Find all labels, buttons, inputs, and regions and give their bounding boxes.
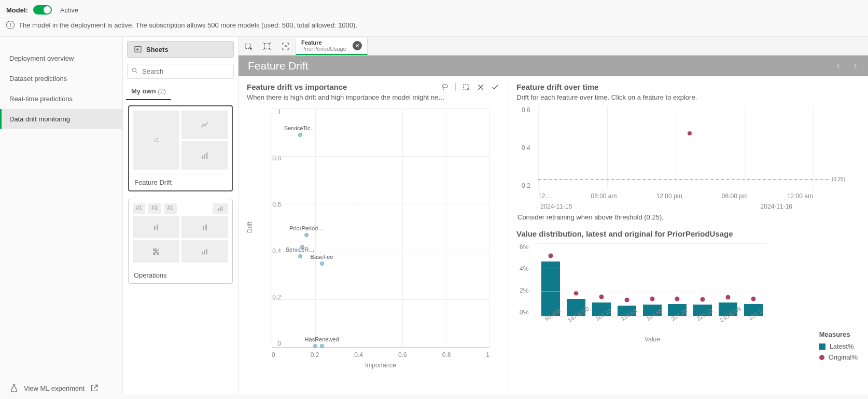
bar-original-dot[interactable] [726, 295, 731, 300]
sheets-myown-tab[interactable]: My own (2) [126, 84, 171, 100]
lasso-icon[interactable] [441, 83, 449, 91]
time-date-right: 2024-11-16 [761, 203, 792, 210]
scatter-plot[interactable]: 10.80.60.40.20 00.20.40.60.81 ServiceTic… [272, 108, 489, 347]
svg-rect-8 [218, 209, 219, 211]
side-nav: Deployment overview Dataset predictions … [0, 37, 122, 394]
svg-rect-6 [204, 154, 205, 159]
bar-original-dot[interactable] [549, 253, 553, 258]
svg-rect-17 [206, 249, 207, 254]
sheet-thumb-feature-drift[interactable]: Feature Drift [128, 105, 233, 191]
bar-original-dot[interactable] [624, 297, 629, 302]
scatter-y-label: Drift [246, 222, 254, 233]
feature-tab-value: PriorPeriodUsage [301, 46, 346, 52]
svg-rect-11 [154, 226, 156, 230]
line-thumb-icon [181, 111, 228, 139]
bar-original-dot[interactable] [701, 297, 705, 301]
svg-rect-16 [204, 250, 205, 254]
barchart-title: Value distribution, latest and original … [516, 229, 860, 238]
svg-point-21 [442, 84, 448, 88]
external-link-icon [90, 383, 99, 393]
time-point[interactable] [688, 131, 692, 135]
model-label: Model: [6, 6, 28, 14]
bar-thumb-icon [181, 240, 228, 263]
bar-original-dot[interactable] [650, 296, 654, 301]
page-title: Feature Drift [248, 60, 309, 72]
svg-rect-15 [202, 252, 203, 254]
next-sheet-icon[interactable] [851, 62, 859, 70]
scatter-point[interactable] [313, 344, 317, 348]
barchart-x-label: Value [538, 336, 766, 343]
back-panel-icon [134, 45, 142, 53]
scatter-subtitle: When there is high drift and high import… [247, 93, 499, 101]
bar-plot[interactable]: 6%4%2%0% 68.495147.9750…166.13180.65194.… [538, 243, 766, 316]
svg-rect-14 [205, 224, 207, 230]
svg-rect-9 [220, 208, 221, 211]
select-box-icon[interactable] [462, 83, 470, 91]
threshold-label: (0.25) [832, 176, 845, 182]
view-ml-experiment-label: View ML experiment [24, 384, 85, 392]
svg-point-1 [132, 68, 136, 72]
model-active-toggle[interactable] [33, 5, 52, 15]
barchart-legend: Measures Latest% Original% [819, 331, 858, 364]
main-area: Feature PriorPeriodUsage Feature Drift F… [239, 37, 868, 394]
svg-point-3 [156, 138, 158, 140]
bar-original-dot[interactable] [675, 296, 680, 301]
svg-rect-7 [206, 153, 207, 159]
sheets-panel: Sheets My own (2) [122, 37, 239, 394]
scatter-title: Feature drift vs importance [247, 82, 347, 91]
puzzle-thumb-icon [133, 240, 179, 263]
scatter-point[interactable] [298, 133, 302, 137]
scatter-point[interactable] [320, 262, 324, 266]
select-focus-icon[interactable] [281, 42, 290, 51]
svg-point-2 [154, 140, 156, 142]
cancel-icon[interactable] [477, 83, 485, 91]
timechart-subtitle: Drift for each feature over time. Click … [516, 93, 860, 101]
timechart-title: Feature drift over time [516, 82, 860, 91]
scatter-point-label: BaseFee [311, 254, 333, 260]
scatter-point[interactable] [320, 344, 324, 348]
bar-thumb-icon [133, 216, 179, 238]
sheets-search-input[interactable] [127, 64, 234, 79]
legend-latest: Latest% [819, 342, 858, 350]
close-tab-button[interactable] [353, 41, 362, 50]
sheets-button[interactable]: Sheets [127, 41, 234, 58]
svg-rect-5 [202, 156, 203, 159]
svg-rect-22 [464, 84, 468, 89]
time-plot[interactable]: 0.60.40.2 (0.25) 12…06:00 am12:00 pm06:0… [538, 106, 813, 189]
model-status-text: Active [60, 6, 78, 14]
scatter-point-label: ServiceTic… [284, 125, 316, 131]
info-icon: i [6, 21, 15, 29]
nav-data-drift-monitoring[interactable]: Data drift monitoring [0, 109, 122, 129]
confirm-icon[interactable] [491, 83, 499, 91]
nav-realtime-predictions[interactable]: Real-time predictions [0, 89, 122, 109]
scatter-point-label: ServiceR… [286, 246, 315, 253]
feature-tab[interactable]: Feature PriorPeriodUsage [296, 37, 368, 55]
nav-deployment-overview[interactable]: Deployment overview [0, 48, 122, 68]
bar-thumb-icon [181, 216, 228, 238]
search-icon [131, 67, 138, 74]
svg-point-20 [285, 45, 287, 47]
subscription-info: The model in the deployment is active. T… [19, 21, 357, 29]
svg-rect-19 [264, 43, 270, 49]
select-rect-icon[interactable] [244, 42, 253, 51]
legend-original: Original% [819, 353, 858, 361]
bar-thumb-icon [181, 141, 228, 170]
svg-point-4 [157, 141, 158, 142]
nav-dataset-predictions[interactable]: Dataset predictions [0, 68, 122, 89]
scatter-point-label: PriorPeriod… [289, 225, 324, 231]
svg-rect-10 [221, 206, 222, 211]
page-title-banner: Feature Drift [239, 56, 868, 76]
bar-original-dot[interactable] [751, 296, 756, 301]
sheet-thumb-operations[interactable]: #1 #1 #1 Operations [128, 199, 233, 284]
scatter-point[interactable] [298, 254, 302, 258]
prev-sheet-icon[interactable] [835, 62, 842, 70]
sheets-button-label: Sheets [146, 46, 169, 53]
scatter-x-label: Importance [272, 362, 489, 369]
scatter-thumb-icon [133, 111, 179, 170]
scatter-point[interactable] [304, 233, 309, 237]
view-ml-experiment-link[interactable]: View ML experiment [9, 383, 99, 393]
bar-original-dot[interactable] [599, 295, 604, 299]
select-expand-icon[interactable] [262, 42, 272, 51]
scatter-point-label: HasRenewed [305, 336, 339, 342]
feature-tab-label: Feature [301, 39, 346, 46]
